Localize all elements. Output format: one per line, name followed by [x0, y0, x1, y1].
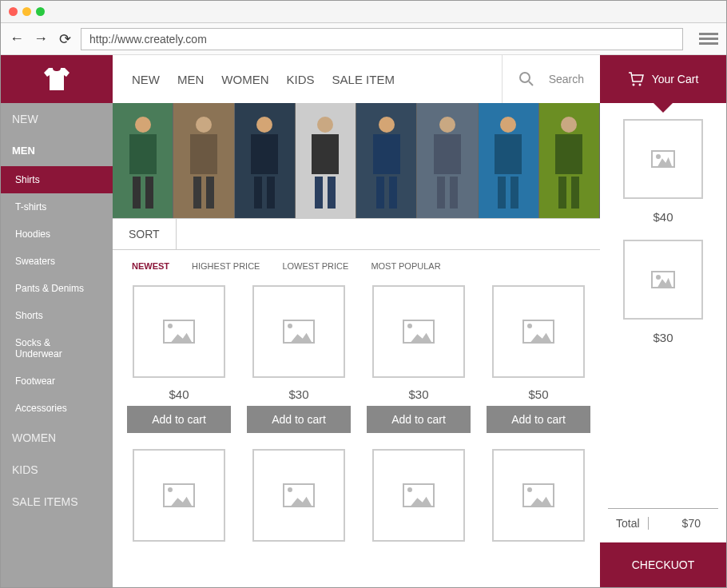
cart-item[interactable]: $40 — [608, 119, 718, 224]
close-window-icon[interactable] — [9, 7, 18, 16]
product-price: $30 — [288, 387, 308, 401]
product-card[interactable]: $50 Add to cart — [487, 285, 590, 433]
svg-rect-16 — [317, 117, 333, 133]
svg-rect-10 — [193, 177, 201, 209]
product-image — [252, 449, 345, 542]
image-placeholder-icon — [283, 320, 315, 344]
product-grid: $40 Add to cart $30 Add to cart $30 Add … — [113, 271, 600, 556]
sidebar-item-sale[interactable]: SALE ITEMS — [1, 486, 113, 518]
cart-item[interactable]: $30 — [608, 240, 718, 344]
image-placeholder-icon — [403, 483, 435, 507]
svg-rect-5 — [129, 134, 157, 174]
product-card[interactable] — [367, 449, 471, 542]
sidebar-item-women[interactable]: WOMEN — [1, 422, 113, 454]
reload-button[interactable]: ⟳ — [57, 31, 73, 47]
product-card[interactable]: $30 Add to cart — [367, 285, 471, 433]
forward-button[interactable]: → — [33, 31, 49, 47]
sidebar-sub-footwear[interactable]: Footwear — [1, 368, 113, 395]
add-to-cart-button[interactable]: Add to cart — [487, 406, 590, 433]
maximize-window-icon[interactable] — [36, 7, 45, 16]
nav-new[interactable]: NEW — [132, 73, 160, 86]
banner-slide[interactable] — [173, 103, 234, 218]
sort-newest[interactable]: NEWEST — [132, 261, 169, 271]
product-card[interactable] — [127, 449, 231, 542]
nav-sale[interactable]: SALE ITEM — [332, 73, 395, 86]
back-button[interactable]: ← — [9, 31, 25, 47]
banner-slide[interactable] — [235, 103, 296, 218]
svg-rect-27 — [450, 177, 458, 209]
sort-most-popular[interactable]: MOST POPULAR — [371, 261, 440, 271]
svg-rect-19 — [328, 177, 336, 209]
image-placeholder-icon — [651, 150, 675, 168]
nav-women[interactable]: WOMEN — [221, 73, 268, 86]
cart-item-price: $30 — [608, 331, 718, 344]
sidebar-sub-sweaters[interactable]: Sweaters — [1, 248, 113, 275]
banner-slide[interactable] — [479, 103, 539, 218]
sidebar-item-new[interactable]: NEW — [1, 103, 113, 135]
nav-men[interactable]: MEN — [177, 73, 204, 86]
svg-line-1 — [529, 81, 533, 85]
product-image — [372, 449, 465, 542]
tshirt-icon — [42, 65, 71, 93]
svg-rect-31 — [510, 177, 518, 209]
banner-slide[interactable] — [539, 103, 600, 218]
cart-icon — [628, 72, 644, 86]
image-placeholder-icon — [522, 320, 554, 344]
add-to-cart-button[interactable]: Add to cart — [127, 406, 231, 433]
logo[interactable] — [1, 55, 113, 103]
sort-highest-price[interactable]: HIGHEST PRICE — [192, 261, 260, 271]
menu-icon[interactable] — [699, 30, 718, 47]
banner-slide[interactable] — [356, 103, 417, 218]
product-image — [133, 449, 225, 542]
banner-slide[interactable] — [113, 103, 173, 218]
cart-total-value: $70 — [648, 517, 718, 530]
cart-total: Total $70 — [608, 508, 718, 530]
product-card[interactable]: $40 Add to cart — [127, 285, 231, 433]
cart-button[interactable]: Your Cart — [600, 55, 726, 103]
banner-slide[interactable] — [417, 103, 478, 218]
hero-banner — [113, 103, 600, 218]
product-card[interactable] — [247, 449, 351, 542]
banner-slide[interactable] — [296, 103, 356, 218]
product-price: $50 — [528, 387, 548, 401]
svg-rect-7 — [145, 177, 153, 209]
top-nav: NEW MEN WOMEN KIDS SALE ITEM — [113, 55, 502, 103]
sort-lowest-price[interactable]: LOWEST PRICE — [282, 261, 348, 271]
sidebar-sub-accessories[interactable]: Accessories — [1, 395, 113, 422]
cart-item-image — [623, 240, 703, 320]
minimize-window-icon[interactable] — [22, 7, 31, 16]
product-card[interactable] — [487, 449, 590, 542]
search-area[interactable]: Search — [502, 55, 600, 103]
svg-rect-32 — [561, 117, 577, 133]
svg-rect-30 — [498, 177, 506, 209]
product-card[interactable]: $30 Add to cart — [247, 285, 351, 433]
checkout-button[interactable]: CHECKUOT — [600, 542, 726, 587]
sidebar-sub-shorts[interactable]: Shorts — [1, 302, 113, 329]
sort-options: NEWEST HIGHEST PRICE LOWEST PRICE MOST P… — [113, 250, 600, 271]
svg-rect-8 — [196, 117, 212, 133]
svg-rect-6 — [133, 177, 141, 209]
svg-rect-20 — [379, 117, 395, 133]
nav-kids[interactable]: KIDS — [287, 73, 315, 86]
svg-rect-25 — [434, 134, 461, 174]
svg-rect-34 — [558, 177, 566, 209]
cart-pointer-icon — [654, 103, 673, 113]
svg-rect-26 — [437, 177, 445, 209]
sidebar-sub-hoodies[interactable]: Hoodies — [1, 220, 113, 248]
cart-item-image — [623, 119, 703, 199]
add-to-cart-button[interactable]: Add to cart — [247, 406, 351, 433]
svg-rect-28 — [500, 117, 516, 133]
sidebar-sub-tshirts[interactable]: T-shirts — [1, 193, 113, 220]
sidebar-item-men[interactable]: MEN — [1, 135, 113, 166]
svg-rect-15 — [267, 177, 275, 209]
add-to-cart-button[interactable]: Add to cart — [367, 406, 471, 433]
svg-rect-18 — [315, 177, 323, 209]
url-input[interactable] — [81, 28, 683, 50]
svg-rect-13 — [251, 134, 278, 174]
sidebar-sub-shirts[interactable]: Shirts — [1, 166, 113, 193]
sort-label: SORT — [113, 219, 177, 249]
sidebar-sub-socks[interactable]: Socks & Underwear — [1, 329, 113, 368]
image-placeholder-icon — [283, 483, 315, 507]
sidebar-sub-pants[interactable]: Pants & Denims — [1, 275, 113, 302]
sidebar-item-kids[interactable]: KIDS — [1, 454, 113, 486]
